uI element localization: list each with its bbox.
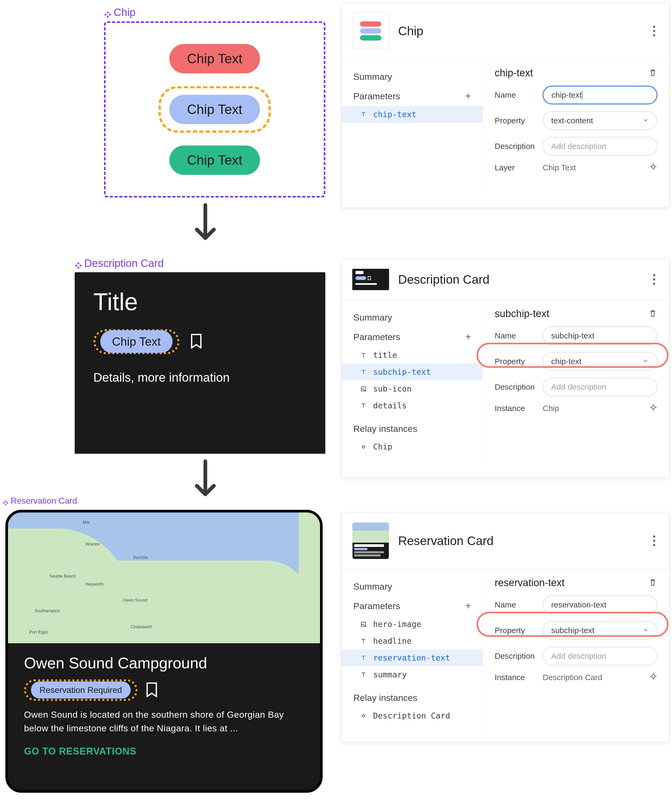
summary-section[interactable]: Summary [342, 308, 483, 327]
panel-chip: Chip Summary Parameters + chip-text chip… [341, 3, 669, 207]
param-name: hero-image [373, 619, 421, 629]
param-name: summary [373, 670, 407, 679]
chip-instance: Chip Text [100, 330, 173, 353]
chevron-down-icon [642, 626, 649, 635]
param-type-icon [360, 671, 367, 679]
panel-description-card: Description Card Summary Parameters + ti… [341, 259, 669, 478]
param-name: sub-icon [373, 384, 412, 393]
param-name: chip-text [373, 110, 417, 119]
parameters-section: Parameters + [342, 327, 483, 347]
param-type-icon [360, 654, 367, 662]
headline: Owen Sound Campground [24, 654, 304, 672]
panel-title: Chip [398, 24, 639, 38]
param-item-Description Card[interactable]: Description Card [342, 707, 483, 724]
param-name: reservation-text [373, 653, 450, 663]
param-item-hero-image[interactable]: hero-image [342, 616, 483, 632]
svg-point-18 [652, 675, 655, 678]
svg-rect-17 [362, 714, 365, 717]
summary-section[interactable]: Summary [342, 577, 483, 596]
reservation-card-preview: Mar Wiarton Kemble Sauble Beach Hepworth… [5, 510, 323, 793]
property-select[interactable]: text-content [543, 111, 658, 130]
param-item-sub-icon[interactable]: sub-icon [342, 380, 483, 397]
property-select[interactable]: subchip-text [543, 621, 658, 640]
summary-section[interactable]: Summary [342, 67, 483, 86]
panel-thumbnail [352, 13, 389, 49]
panel-title: Reservation Card [398, 534, 639, 548]
param-item-subchip-text[interactable]: subchip-text [342, 364, 483, 380]
svg-rect-3 [106, 16, 109, 18]
go-to-reservations-button[interactable]: GO TO RESERVATIONS [24, 746, 304, 757]
add-parameter-button[interactable]: + [465, 331, 471, 343]
chip-highlight: Chip Text [93, 329, 180, 354]
bookmark-icon [146, 682, 158, 698]
param-name: title [373, 351, 397, 360]
param-item-reservation-text[interactable]: reservation-text [342, 650, 483, 666]
summary-text: Owen Sound is located on the southern sh… [24, 708, 304, 735]
delete-icon[interactable] [648, 578, 658, 588]
delete-icon[interactable] [648, 309, 658, 319]
chevron-down-icon [642, 116, 649, 125]
param-item-Chip[interactable]: Chip [342, 438, 483, 455]
svg-rect-5 [75, 264, 78, 267]
param-type-icon [360, 111, 367, 118]
description-input[interactable]: Add description [543, 647, 658, 666]
description-input[interactable]: Add description [543, 137, 658, 156]
svg-point-12 [652, 165, 655, 169]
locate-icon[interactable] [650, 403, 658, 413]
chip-variant-blue: Chip Text [169, 95, 260, 124]
svg-point-15 [652, 406, 655, 409]
chip-instance: Reservation Required [31, 682, 131, 698]
locate-icon[interactable] [650, 162, 658, 172]
param-type-icon [360, 712, 367, 720]
property-select[interactable]: chip-text [543, 352, 658, 371]
svg-rect-0 [106, 11, 109, 14]
description-input[interactable]: Add description [543, 378, 658, 396]
delete-icon[interactable] [648, 68, 658, 78]
detail-title: chip-text [495, 67, 533, 79]
kebab-menu-icon[interactable] [648, 26, 658, 36]
detail-title: subchip-text [495, 308, 549, 320]
name-input[interactable]: chip-text [543, 86, 658, 105]
layer-value: Chip Text [543, 162, 658, 172]
svg-rect-10 [6, 502, 8, 504]
add-parameter-button[interactable]: + [465, 90, 471, 102]
add-parameter-button[interactable]: + [465, 600, 471, 611]
chip-highlight: Chip Text [159, 86, 271, 133]
parameters-section: Parameters + [342, 596, 483, 616]
component-label-chip: Chip [104, 6, 135, 18]
param-item-summary[interactable]: summary [342, 666, 483, 683]
card-details: Details, more information [93, 370, 307, 384]
panel-reservation-card: Reservation Card Summary Parameters + he… [341, 513, 669, 742]
chip-variant-green: Chip Text [169, 145, 260, 175]
map-image: Mar Wiarton Kemble Sauble Beach Hepworth… [8, 513, 320, 643]
detail-title: reservation-text [495, 577, 565, 589]
instance-value: Description Card [543, 672, 658, 682]
kebab-menu-icon[interactable] [648, 536, 658, 546]
arrow-down-icon [189, 459, 221, 509]
chevron-down-icon [642, 357, 649, 366]
chip-preview: Chip Text Chip Text Chip Text [104, 21, 326, 198]
param-item-chip-text[interactable]: chip-text [342, 106, 483, 123]
param-type-icon [360, 385, 367, 392]
svg-rect-1 [104, 13, 107, 16]
name-input[interactable]: reservation-text [543, 595, 658, 614]
label-text: Chip [114, 6, 135, 18]
svg-rect-9 [3, 502, 5, 504]
param-type-icon [360, 402, 367, 409]
param-name: Description Card [373, 711, 450, 721]
param-item-headline[interactable]: headline [342, 632, 483, 650]
panel-title: Description Card [398, 272, 639, 287]
description-card-preview: Title Chip Text Details, more informatio… [75, 272, 326, 454]
component-icon [3, 498, 8, 504]
param-item-title[interactable]: title [342, 347, 483, 364]
param-type-icon [360, 637, 367, 645]
parameters-section: Parameters + [342, 86, 483, 106]
param-item-details[interactable]: details [342, 397, 483, 414]
arrow-down-icon [189, 203, 221, 253]
kebab-menu-icon[interactable] [648, 274, 658, 285]
svg-rect-6 [79, 264, 82, 267]
relay-section: Relay instances [342, 419, 483, 438]
locate-icon[interactable] [650, 672, 658, 682]
name-input[interactable]: subchip-text [543, 327, 658, 345]
label-text: Description Card [84, 257, 164, 269]
